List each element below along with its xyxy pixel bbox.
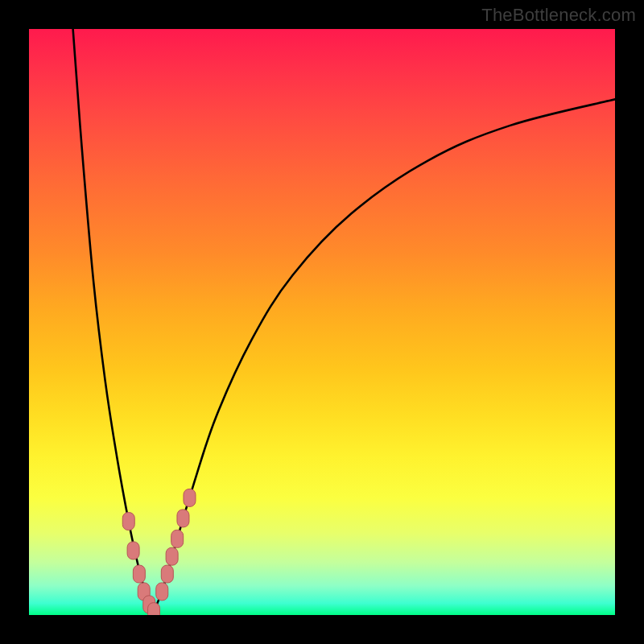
watermark-text: TheBottleneck.com	[481, 5, 636, 26]
curve-right	[154, 99, 615, 612]
curve-group	[73, 29, 615, 612]
image-frame: TheBottleneck.com	[0, 0, 644, 644]
plot-area	[29, 29, 615, 615]
marker-point	[148, 603, 160, 615]
marker-point	[184, 489, 196, 506]
marker-point	[166, 547, 178, 565]
marker-point	[133, 565, 145, 583]
chart-svg	[29, 29, 615, 615]
marker-point	[122, 513, 134, 530]
curve-left	[73, 29, 154, 612]
marker-point	[127, 542, 139, 559]
marker-point	[177, 510, 189, 527]
marker-group	[122, 489, 196, 615]
marker-point	[171, 530, 184, 547]
marker-point	[161, 565, 173, 583]
marker-point	[156, 583, 168, 601]
